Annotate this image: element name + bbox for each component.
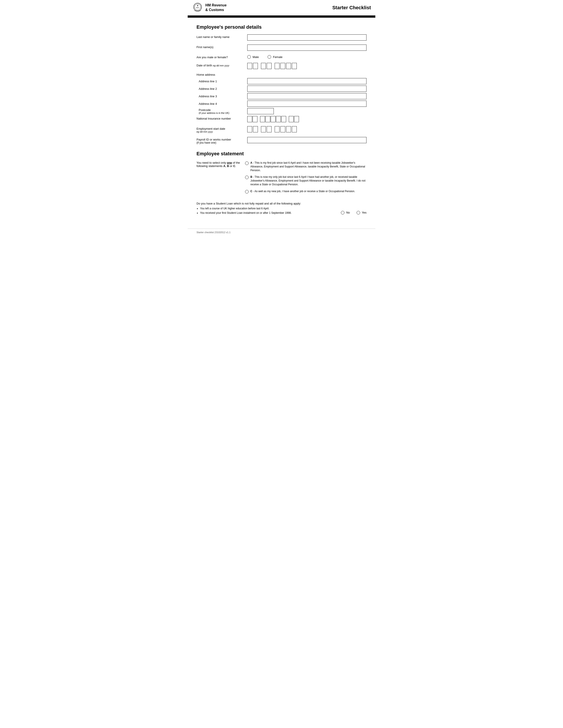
ni-box1[interactable]	[247, 116, 252, 122]
student-loan-no-radio[interactable]	[341, 211, 345, 214]
gender-female-option[interactable]: Female	[267, 55, 283, 59]
gender-male-label: Male	[252, 55, 259, 59]
student-loan-bullet2: You received your first Student Loan ins…	[200, 211, 367, 214]
emp-yyyy2[interactable]	[280, 126, 285, 132]
student-loan-no-option[interactable]: No	[341, 211, 350, 214]
section2-title: Employee statement	[196, 151, 367, 157]
student-loan-radio-group: No Yes	[341, 211, 367, 214]
statement-text-c: C - As well as my new job, I have anothe…	[250, 190, 355, 193]
logo-text: HM Revenue & Customs	[205, 3, 226, 12]
statement-option-c: C - As well as my new job, I have anothe…	[245, 190, 367, 193]
emp-start-label: Employment start date eg dd mm yyyy	[196, 126, 247, 133]
gender-row: Are you male or female? Male Female	[196, 55, 367, 59]
ni-label: National Insurance number	[196, 116, 247, 120]
dob-label: Date of birth eg dd mm yyyy	[196, 63, 247, 67]
dob-yyyy2[interactable]	[280, 63, 285, 69]
ni-box7[interactable]	[281, 116, 286, 122]
ni-row: National Insurance number	[196, 116, 367, 122]
student-loan-section: Do you have a Student Loan which is not …	[196, 202, 367, 214]
student-loan-bullets: You left a course of UK higher education…	[200, 207, 367, 214]
payroll-label: Payroll ID or works number (if you have …	[196, 137, 247, 144]
employee-statement-section: Employee statement You need to select on…	[196, 151, 367, 197]
statement-text-b: B - This is now my only job but since la…	[250, 175, 367, 186]
last-name-label: Last name or family name	[196, 34, 247, 39]
student-loan-yes-option[interactable]: Yes	[357, 211, 367, 214]
statement-radio-c[interactable]	[245, 190, 248, 193]
gender-female-radio[interactable]	[267, 55, 271, 59]
dob-boxes	[247, 63, 297, 69]
first-name-input[interactable]	[247, 45, 367, 51]
emp-yyyy3[interactable]	[286, 126, 291, 132]
ni-box4[interactable]	[265, 116, 270, 122]
address-line1-input[interactable]	[247, 78, 367, 84]
ni-box6[interactable]	[276, 116, 281, 122]
dob-yyyy3[interactable]	[286, 63, 291, 69]
gender-male-radio[interactable]	[247, 55, 251, 59]
emp-dd1[interactable]	[247, 126, 252, 132]
student-loan-no-label: No	[346, 211, 350, 214]
ni-box2[interactable]	[252, 116, 257, 122]
statement-text-a: A - This is my first job since last 6 Ap…	[250, 161, 367, 172]
address-line4-label: Address line 4	[196, 102, 247, 105]
statement-option-b: B - This is now my only job but since la…	[245, 175, 367, 186]
dob-dd2[interactable]	[253, 63, 258, 69]
address-line2-label: Address line 2	[196, 87, 247, 90]
emp-yyyy1[interactable]	[274, 126, 279, 132]
statement-radio-b[interactable]	[245, 176, 248, 179]
last-name-input[interactable]	[247, 34, 367, 41]
first-name-label: First name(s)	[196, 45, 247, 49]
home-address-label: Home address	[196, 73, 367, 76]
student-loan-yes-radio[interactable]	[357, 211, 360, 214]
ni-box8[interactable]	[289, 116, 294, 122]
page-title: Starter Checklist	[332, 5, 371, 11]
address-line1-label: Address line 1	[196, 80, 247, 83]
address-line4-row: Address line 4	[196, 101, 367, 107]
statement-options: A - This is my first job since last 6 Ap…	[245, 161, 367, 197]
home-address-section: Home address Address line 1 Address line…	[196, 73, 367, 114]
ni-box9[interactable]	[294, 116, 299, 122]
postcode-label: Postcode (if your address is in the UK)	[196, 108, 247, 114]
logo-area: ♛ HMRC HM Revenue & Customs	[192, 2, 226, 13]
ni-box3[interactable]	[260, 116, 265, 122]
hmrc-crest-icon: ♛ HMRC	[192, 2, 203, 13]
svg-text:HMRC: HMRC	[196, 7, 199, 8]
address-line2-input[interactable]	[247, 86, 367, 92]
emp-yyyy4[interactable]	[292, 126, 297, 132]
emp-mm2[interactable]	[267, 126, 271, 132]
emp-mm1[interactable]	[261, 126, 266, 132]
gender-female-label: Female	[273, 55, 283, 59]
statement-grid: You need to select only one of the follo…	[196, 161, 367, 197]
ni-boxes	[247, 116, 299, 122]
emp-start-boxes	[247, 126, 297, 132]
address-line3-input[interactable]	[247, 93, 367, 99]
address-line1-row: Address line 1	[196, 78, 367, 84]
dob-mm2[interactable]	[267, 63, 271, 69]
dob-mm1[interactable]	[261, 63, 266, 69]
gender-male-option[interactable]: Male	[247, 55, 259, 59]
address-line3-row: Address line 3	[196, 93, 367, 99]
section1-title: Employee's personal details	[196, 24, 367, 30]
student-loan-intro: Do you have a Student Loan which is not …	[196, 202, 367, 205]
page-footer: Starter checklist 23102012 v1.1	[188, 229, 375, 238]
gender-label: Are you male or female?	[196, 55, 247, 59]
dob-yyyy1[interactable]	[274, 63, 279, 69]
gender-group: Male Female	[247, 55, 283, 59]
page-header: ♛ HMRC HM Revenue & Customs Starter Chec…	[188, 0, 375, 16]
dob-yyyy4[interactable]	[292, 63, 297, 69]
ni-box5[interactable]	[271, 116, 275, 122]
address-line2-row: Address line 2	[196, 86, 367, 92]
statement-intro: You need to select only one of the follo…	[196, 161, 241, 197]
dob-row: Date of birth eg dd mm yyyy	[196, 63, 367, 69]
emp-dd2[interactable]	[253, 126, 258, 132]
dob-dd1[interactable]	[247, 63, 252, 69]
address-rows: Address line 1 Address line 2 Address li…	[196, 78, 367, 114]
last-name-row: Last name or family name	[196, 34, 367, 41]
first-name-row: First name(s)	[196, 45, 367, 51]
statement-radio-a[interactable]	[245, 161, 248, 165]
postcode-input[interactable]	[247, 108, 274, 114]
svg-text:♛: ♛	[197, 5, 198, 6]
postcode-row: Postcode (if your address is in the UK)	[196, 108, 367, 114]
payroll-input[interactable]	[247, 137, 367, 143]
address-line4-input[interactable]	[247, 101, 367, 107]
main-content: Employee's personal details Last name or…	[188, 18, 375, 222]
